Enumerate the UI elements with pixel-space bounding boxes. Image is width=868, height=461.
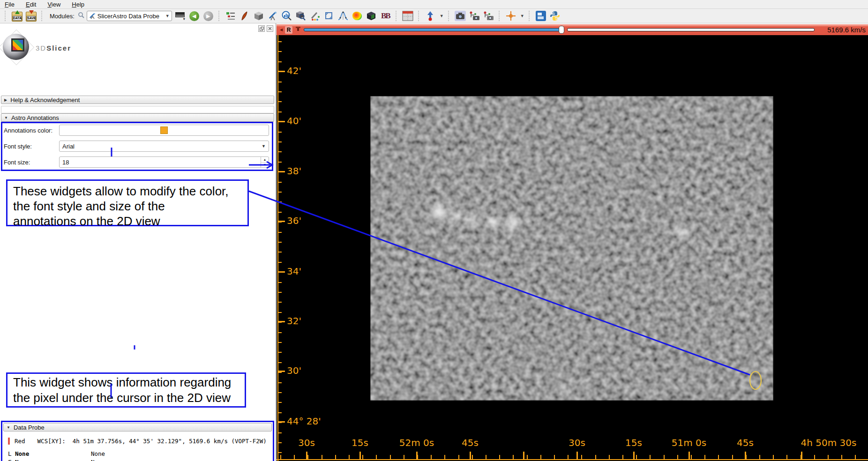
slider-empty-track[interactable] [567,28,815,31]
annotations-color-picker[interactable] [59,125,269,136]
toolbar-drag-handle[interactable] [218,11,221,21]
y-axis-minor-tick [277,162,282,163]
module-history-icon[interactable]: ▾ [174,10,186,22]
menu-help[interactable]: Help [72,1,84,8]
scene-capture-icon[interactable] [469,10,480,22]
navigate-forward-icon[interactable]: ▶ [202,10,214,22]
x-axis-minor-tick [732,455,733,459]
toolbar-drag-handle[interactable] [396,11,398,21]
menu-file[interactable]: File [5,1,15,8]
capture-camera-icon[interactable] [455,10,466,22]
y-axis-minor-tick [277,61,282,62]
font-style-combobox[interactable]: Arial ▼ [59,141,269,152]
data-probe-header[interactable]: ▼ Data Probe [3,423,272,431]
x-axis-minor-tick [595,455,596,459]
slider-filled-track[interactable] [304,28,561,31]
y-axis-label: 32' [287,315,301,327]
x-axis-major-tick [306,452,307,459]
save-data-icon[interactable]: SAVE [25,10,37,22]
font-style-value: Arial [62,143,75,150]
transforms-gaussian-icon[interactable] [337,10,349,22]
x-axis-minor-tick [568,455,569,459]
registration-rainbow-icon[interactable] [352,10,363,22]
paint-feather-icon[interactable] [239,10,251,22]
modules-label: Modules: [50,13,75,20]
segmentation-cube-icon[interactable] [366,10,377,22]
y-axis-major-tick [277,121,285,122]
y-axis-minor-tick [277,332,282,333]
x-axis-minor-tick [691,455,692,459]
crop-volume-icon[interactable] [323,10,335,22]
bb-modules-icon[interactable]: BB [380,10,391,22]
y-axis-minor-tick [277,212,282,213]
module-selector-value: SlicerAstro Data Probe [97,13,159,20]
x-axis-minor-tick [841,455,842,459]
crosshair-icon[interactable] [505,10,517,22]
viewport[interactable]: 42'40'38'36'34'32'30'44° 28'30s15s52m 0s… [277,35,868,461]
callout-line: annotations on the 2D view [13,214,247,229]
slider-handle[interactable] [559,26,564,34]
chevron-down-icon: ▼ [262,144,266,149]
y-axis-minor-tick [277,392,282,393]
x-axis-minor-tick [828,455,829,459]
layer-prefix: L [8,450,15,457]
x-axis-label: 4h 50m 30s [801,437,857,448]
astro-annotations-label: Astro Annotations [11,114,59,121]
x-axis-minor-tick [335,455,336,459]
toolbar-drag-handle[interactable] [529,11,531,21]
undock-panel-icon[interactable] [258,25,265,32]
y-axis-minor-tick [277,232,282,233]
menu-view[interactable]: View [47,1,60,8]
logo-text: 3DSlicer [36,44,71,52]
x-axis-major-tick [416,452,418,459]
spin-up-icon[interactable]: ▲ [261,157,269,163]
layout-selector-icon[interactable] [402,10,414,22]
x-axis-minor-tick [376,455,377,459]
layer-value: None [91,459,105,461]
help-acknowledgement-header[interactable]: ▶ Help & Acknowledgement [1,96,274,104]
image-source-blob [470,216,479,225]
spinbox-arrows[interactable]: ▲▼ [261,157,269,167]
toolbar-drag-handle[interactable] [41,11,44,21]
font-size-spinbox[interactable]: 18 ▲▼ [59,156,269,168]
navigate-back-icon[interactable]: ◀ [188,10,200,22]
chevron-down-icon[interactable]: ▼ [440,14,444,18]
y-axis-minor-tick [277,352,282,353]
help-section-label: Help & Acknowledgement [10,97,80,104]
menu-edit[interactable]: Edit [26,1,36,8]
annotations-pen-icon[interactable] [309,10,321,22]
toolbar-drag-handle[interactable] [5,11,7,21]
y-axis-minor-tick [277,292,282,293]
collapse-controller-icon[interactable]: ◀ [278,27,284,33]
scene-restore-icon[interactable] [483,10,494,22]
spin-down-icon[interactable]: ▼ [261,163,269,168]
probe-row-label-layer: L None None [8,450,273,457]
module-list-icon[interactable] [225,10,237,22]
toolbar-drag-handle[interactable] [499,11,501,21]
pin-icon[interactable] [295,26,301,34]
toolbar-drag-handle[interactable] [418,11,420,21]
y-axis-major-tick [277,171,285,172]
astro-annotations-header[interactable]: ▼ Astro Annotations [1,113,274,122]
x-axis-minor-tick [814,455,815,459]
screenshot-pin-icon[interactable] [425,10,436,22]
close-panel-icon[interactable] [267,25,273,32]
x-axis-minor-tick [472,455,473,459]
data-probe-plot-icon[interactable] [281,10,293,22]
chevron-down-icon[interactable]: ▼ [520,14,524,18]
red-down-arrow-icon [29,10,34,14]
module-selector-combobox[interactable]: SlicerAstro Data Probe ▼ [87,11,172,21]
module-search-icon[interactable] [78,12,84,20]
y-axis-minor-tick [277,112,282,112]
volume-probe-icon[interactable] [295,10,307,22]
y-axis-minor-tick [277,282,282,283]
slicerastro-telescope-icon[interactable] [267,10,279,22]
extensions-manager-icon[interactable] [535,10,547,22]
volume-cube-icon[interactable] [253,10,265,22]
slice-offset-slider[interactable] [304,28,815,31]
load-data-icon[interactable]: DATA [11,10,23,22]
python-console-icon[interactable] [549,10,561,22]
y-axis-minor-tick [277,372,282,373]
toolbar-drag-handle[interactable] [448,11,450,21]
probe-layer-rows: L None None F None None B WEIN069 ( 67, … [8,450,273,461]
